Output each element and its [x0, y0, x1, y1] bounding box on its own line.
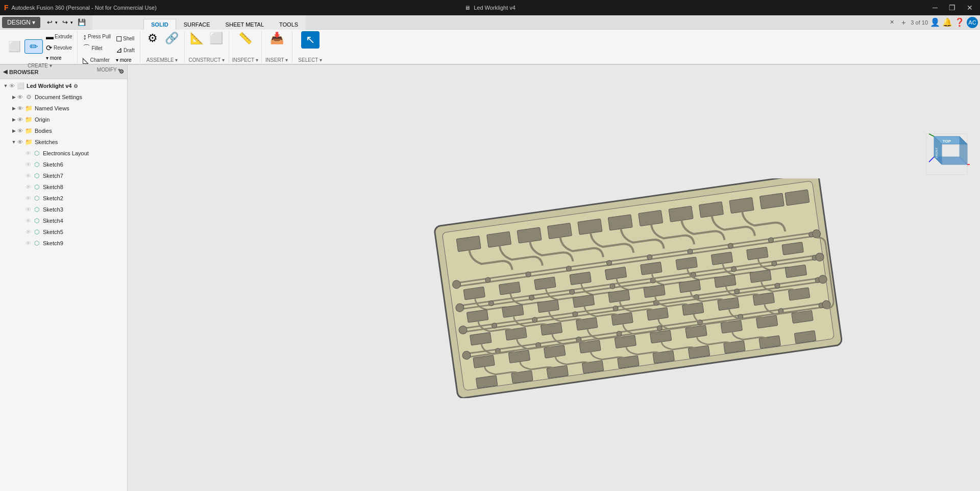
sk9-eye[interactable]: 👁 [26, 240, 33, 246]
tree-bodies[interactable]: ▶ 👁 📁 Bodies [0, 125, 127, 136]
tab-surface[interactable]: SURFACE [176, 19, 218, 30]
doc-settings-toggle[interactable]: ▶ [10, 93, 17, 101]
group-insert: 📥 INSERT ▾ [262, 31, 292, 63]
tree-sketch6[interactable]: 👁 ⬡ Sketch6 [0, 159, 127, 170]
tree-document-settings[interactable]: ▶ 👁 ⚙ Document Settings [0, 91, 127, 103]
sk4-eye[interactable]: 👁 [26, 218, 33, 224]
undo-history-btn[interactable]: ▾ [55, 20, 58, 25]
tree-sketch7[interactable]: 👁 ⬡ Sketch7 [0, 170, 127, 181]
create-sketch-btn[interactable]: ✏ [24, 39, 43, 54]
more-create-btn[interactable]: ▾ more [44, 54, 74, 62]
tab-sheet-metal[interactable]: SHEET METAL [218, 19, 272, 30]
named-views-toggle[interactable]: ▶ [10, 105, 17, 112]
draft-btn[interactable]: ⊿ Draft [114, 44, 137, 56]
topbar-right: ✕ + 3 of 10 👤 🔔 ❓ AC [888, 17, 978, 28]
sketches-icon: 📁 [24, 138, 33, 146]
sketches-toggle[interactable]: ▼ [10, 138, 17, 146]
tree-root[interactable]: ▼ 👁 ⬜ Led Worklight v4 ⚙ [0, 80, 127, 91]
sk7-label: Sketch7 [43, 173, 63, 179]
add-tab-btn[interactable]: + [898, 17, 909, 28]
sk7-eye[interactable]: 👁 [26, 173, 33, 179]
new-component-btn[interactable]: ⬜ [5, 40, 23, 53]
sk6-eye[interactable]: 👁 [26, 161, 33, 168]
sk2-eye[interactable]: 👁 [26, 195, 33, 201]
sk5-eye[interactable]: 👁 [26, 229, 33, 235]
tree-sketch9[interactable]: 👁 ⬡ Sketch9 [0, 238, 127, 249]
named-views-eye[interactable]: 👁 [17, 105, 24, 111]
user-icon[interactable]: 👤 [930, 17, 940, 27]
more-icon: ▾ more [46, 55, 62, 61]
browser-tree: ▼ 👁 ⬜ Led Worklight v4 ⚙ ▶ 👁 ⚙ Document … [0, 79, 127, 491]
tree-named-views[interactable]: ▶ 👁 📁 Named Views [0, 103, 127, 114]
joint-btn[interactable]: 🔗 [163, 31, 181, 45]
root-eye[interactable]: 👁 [9, 83, 16, 89]
origin-eye[interactable]: 👁 [17, 116, 24, 123]
tab-solid[interactable]: SOLID [143, 19, 176, 30]
extrude-btn[interactable]: ▬ Extrude [44, 31, 74, 42]
undo-btn[interactable]: ↩ [44, 17, 55, 27]
fillet-btn[interactable]: ⌒ Fillet [81, 42, 113, 54]
tab-tools[interactable]: TOOLS [272, 19, 306, 30]
construct-icons: 📐 ⬜ [188, 31, 226, 45]
select-icons: ↖ [301, 31, 320, 49]
tree-electronics-layout[interactable]: 👁 ⬡ Electronics Layout [0, 148, 127, 159]
browser-toggle-icon[interactable]: ◀ [3, 68, 7, 75]
press-pull-btn[interactable]: ↕ Press Pull [81, 31, 113, 42]
tree-sketch5[interactable]: 👁 ⬡ Sketch5 [0, 226, 127, 238]
save-btn[interactable]: 💾 [75, 17, 88, 27]
construct-btn[interactable]: 📐 [188, 31, 206, 45]
pcb-svg [429, 178, 848, 398]
measure-btn[interactable]: 📏 [236, 31, 254, 45]
help-icon[interactable]: ❓ [954, 17, 965, 27]
origin-icon: 📁 [24, 115, 33, 124]
notification-icon[interactable]: 🔔 [942, 17, 952, 27]
restore-btn[interactable]: ❐ [946, 3, 959, 13]
chamfer-btn[interactable]: ◺ Chamfer [81, 55, 113, 66]
select-btn[interactable]: ↖ [301, 31, 320, 49]
elec-eye[interactable]: 👁 [26, 150, 33, 156]
more-modify-btn[interactable]: ▾ more [114, 56, 137, 64]
sketches-label: Sketches [35, 139, 58, 145]
group-modify: ↕ Press Pull ⌒ Fillet ◺ Chamfer [78, 31, 140, 63]
bodies-eye[interactable]: 👁 [17, 128, 24, 134]
design-menu-btn[interactable]: DESIGN ▾ [2, 17, 40, 28]
origin-toggle[interactable]: ▶ [10, 116, 17, 123]
shell-icon: ◻ [116, 34, 122, 43]
plane-btn[interactable]: ⬜ [207, 31, 226, 45]
minimize-btn[interactable]: ─ [929, 3, 941, 13]
tree-sketch4[interactable]: 👁 ⬡ Sketch4 [0, 215, 127, 226]
tree-origin[interactable]: ▶ 👁 📁 Origin [0, 114, 127, 125]
close-tab-btn[interactable]: ✕ [888, 18, 896, 27]
root-toggle[interactable]: ▼ [2, 82, 9, 89]
titlebar-center: 🖥 Led Worklight v4 [464, 5, 516, 11]
doc-settings-eye[interactable]: 👁 [17, 94, 24, 100]
insert-btn[interactable]: 📥 [267, 31, 286, 45]
root-options[interactable]: ⚙ [74, 83, 78, 89]
account-circle[interactable]: AC [967, 17, 978, 28]
tree-sketch8[interactable]: 👁 ⬡ Sketch8 [0, 181, 127, 193]
create-icons: ⬜ ✏ ▬ Extrude ⟳ Revolve [5, 31, 74, 62]
titlebar-left: F Autodesk Fusion 360 (Personal - Not fo… [4, 4, 157, 12]
sk3-eye[interactable]: 👁 [26, 206, 33, 213]
elec-label: Electronics Layout [43, 150, 89, 156]
viewport[interactable]: TOP FRONT X [128, 65, 980, 491]
shell-btn[interactable]: ◻ Shell [114, 33, 137, 44]
close-btn[interactable]: ✕ [964, 3, 976, 13]
group-inspect: 📏 INSPECT ▾ [229, 31, 262, 63]
assemble-btn[interactable]: ⚙ [143, 31, 162, 45]
viewport-cube[interactable]: TOP FRONT X [924, 131, 970, 182]
tree-sketch2[interactable]: 👁 ⬡ Sketch2 [0, 193, 127, 204]
sk4-icon: ⬡ [33, 217, 41, 225]
ribbon-row: DESIGN ▾ ↩ ▾ ↪ ▾ 💾 SOLID SURFACE SHEET M… [0, 15, 980, 64]
redo-btn[interactable]: ↪ [60, 17, 70, 27]
revolve-btn[interactable]: ⟳ Revolve [44, 42, 74, 54]
bodies-toggle[interactable]: ▶ [10, 127, 17, 134]
tree-sketches[interactable]: ▼ 👁 📁 Sketches [0, 136, 127, 148]
tree-sketch3[interactable]: 👁 ⬡ Sketch3 [0, 204, 127, 215]
design-arrow: ▾ [32, 19, 35, 26]
sk8-eye[interactable]: 👁 [26, 184, 33, 190]
sketches-eye[interactable]: 👁 [17, 139, 24, 145]
redo-history-btn[interactable]: ▾ [70, 20, 73, 25]
press-pull-icon: ↕ [83, 32, 87, 41]
insert-icon: 📥 [270, 33, 284, 44]
